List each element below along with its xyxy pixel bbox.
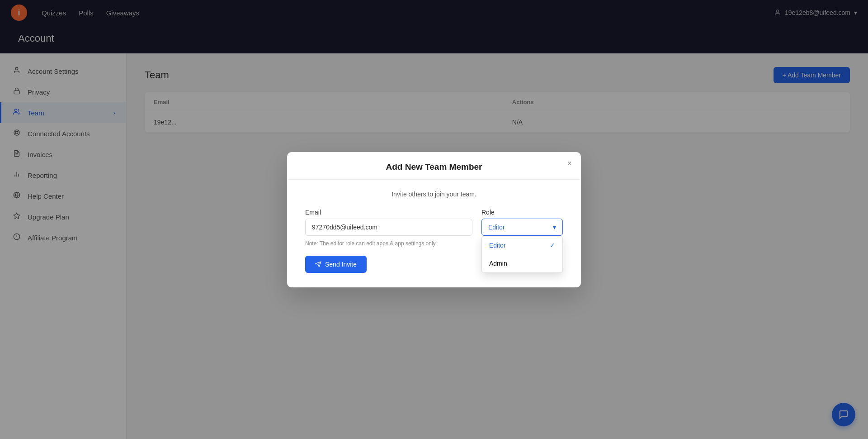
send-icon bbox=[315, 261, 321, 267]
add-team-member-modal: Add New Team Member × Invite others to j… bbox=[287, 152, 581, 287]
modal-title: Add New Team Member bbox=[300, 162, 568, 172]
modal-close-button[interactable]: × bbox=[567, 159, 572, 167]
modal-body: Invite others to join your team. Email N… bbox=[287, 180, 581, 287]
form-row: Email Note: The editor role can edit app… bbox=[305, 209, 563, 247]
modal-header: Add New Team Member × bbox=[287, 152, 581, 180]
role-option-admin[interactable]: Admin bbox=[482, 254, 562, 272]
modal-subtitle: Invite others to join your team. bbox=[305, 191, 563, 198]
role-select-button[interactable]: Editor ▾ bbox=[481, 219, 563, 236]
role-form-group: Role Editor ▾ Editor ✓ Admin bbox=[481, 209, 563, 236]
role-option-editor[interactable]: Editor ✓ bbox=[482, 236, 562, 254]
role-selected-value: Editor bbox=[488, 224, 505, 231]
editor-option-label: Editor bbox=[489, 242, 506, 249]
email-label: Email bbox=[305, 209, 472, 216]
email-note: Note: The editor role can edit apps & ap… bbox=[305, 240, 472, 247]
email-input[interactable] bbox=[305, 219, 472, 236]
modal-overlay[interactable]: Add New Team Member × Invite others to j… bbox=[0, 0, 868, 439]
email-form-group: Email Note: The editor role can edit app… bbox=[305, 209, 472, 247]
chevron-down-icon: ▾ bbox=[553, 224, 556, 231]
check-icon: ✓ bbox=[550, 242, 555, 249]
role-dropdown: Editor ✓ Admin bbox=[481, 236, 563, 273]
send-invite-label: Send Invite bbox=[325, 261, 357, 268]
admin-option-label: Admin bbox=[489, 260, 507, 267]
role-label: Role bbox=[481, 209, 563, 216]
send-invite-button[interactable]: Send Invite bbox=[305, 256, 367, 273]
